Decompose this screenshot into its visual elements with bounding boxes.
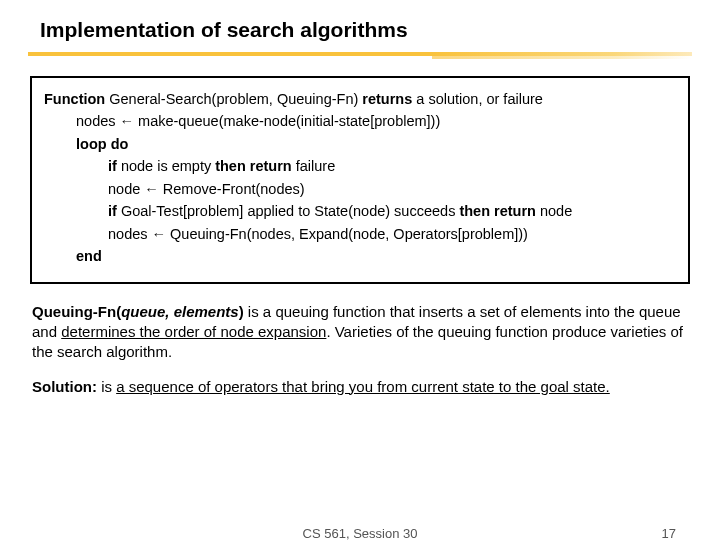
para-bold: Queuing-Fn( [32, 303, 121, 320]
para-text: is [97, 378, 116, 395]
code-line-4: if node is empty then return failure [44, 155, 676, 177]
kw-if: if [108, 203, 117, 219]
code-text: node is empty [117, 158, 215, 174]
code-text: failure [292, 158, 336, 174]
paragraph-solution: Solution: is a sequence of operators tha… [32, 377, 688, 397]
code-text: a solution, or failure [412, 91, 543, 107]
code-line-2: nodes ← make-queue(make-node(initial-sta… [44, 110, 676, 132]
code-line-7: nodes ← Queuing-Fn(nodes, Expand(node, O… [44, 223, 676, 245]
kw-returns: returns [362, 91, 412, 107]
para-bold-italic: queue, elements [121, 303, 239, 320]
slide-title: Implementation of search algorithms [40, 18, 692, 42]
pseudocode-box: Function General-Search(problem, Queuing… [30, 76, 690, 284]
kw-function: Function [44, 91, 105, 107]
code-line-6: if Goal-Test[problem] applied to State(n… [44, 200, 676, 222]
code-line-5: node ← Remove-Front(nodes) [44, 178, 676, 200]
para-bold: Solution: [32, 378, 97, 395]
paragraph-queuing-fn: Queuing-Fn(queue, elements) is a queuing… [32, 302, 688, 363]
para-underline: a sequence of operators that bring you f… [116, 378, 610, 395]
code-text: General-Search(problem, Queuing-Fn) [105, 91, 362, 107]
footer-page-number: 17 [662, 526, 676, 540]
title-underline [28, 48, 692, 62]
code-text: node [536, 203, 572, 219]
code-line-1: Function General-Search(problem, Queuing… [44, 88, 676, 110]
kw-then-return: then return [459, 203, 536, 219]
para-underline: determines the order of node expansion [61, 323, 326, 340]
code-line-3: loop do [44, 133, 676, 155]
code-text: Goal-Test[problem] applied to State(node… [117, 203, 460, 219]
kw-then-return: then return [215, 158, 292, 174]
kw-if: if [108, 158, 117, 174]
footer-center-text: CS 561, Session 30 [303, 526, 418, 540]
code-line-8: end [44, 245, 676, 267]
